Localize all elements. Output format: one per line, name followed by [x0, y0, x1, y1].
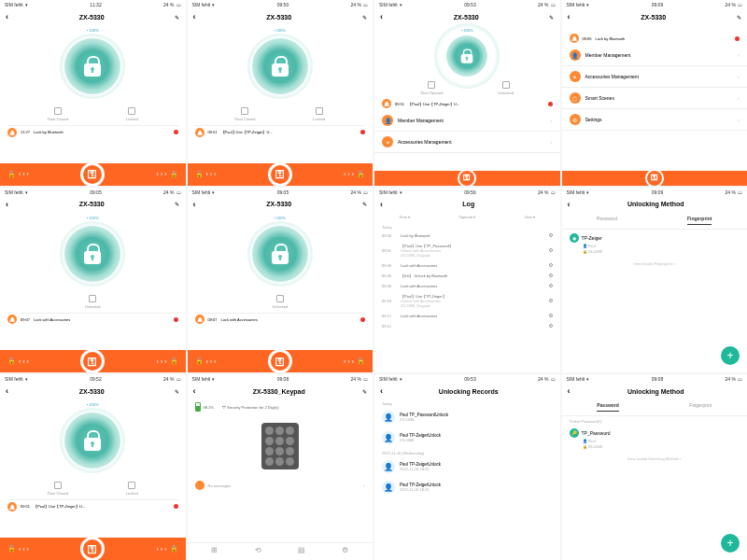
menu-settings[interactable]: ⚙Settings›: [562, 109, 748, 131]
log-row[interactable]: 09:49【Ich】 Unlock by Bluetooth: [374, 271, 560, 281]
record-item[interactable]: 👤Paul TP-ZeigerUnlock2022-11-16 18:25: [374, 456, 560, 477]
event-row[interactable]: 09:51【Paul】Use【TP-Zeiger】U...: [374, 97, 560, 110]
lock-screen-1: SIM fehlt▾ 11:32 24 %▭ ‹ ZX-5330 ✎ ▪ 100…: [0, 0, 186, 186]
back-button[interactable]: ‹: [193, 200, 196, 209]
unlock-slider[interactable]: ⚿: [562, 171, 748, 186]
menu-scenes[interactable]: ⬡Smart Scenes›: [562, 88, 748, 109]
back-button[interactable]: ‹: [6, 200, 8, 209]
bell-icon: [7, 128, 17, 137]
edit-button[interactable]: ✎: [737, 14, 741, 21]
back-button[interactable]: ‹: [568, 386, 571, 396]
fingerprint-item[interactable]: ◉TP-Zeiger 👤 Paul 🔒 ZX-5330: [562, 230, 748, 258]
event-row[interactable]: 09:51【Paul】Use【TP-Zeiger】U...: [0, 500, 186, 513]
device-title: ZX-5330: [79, 14, 105, 21]
unlock-slider[interactable]: 🔓‹ ‹ ‹ ⚿ › › ›🔒: [188, 350, 374, 372]
log-title: Log: [462, 201, 474, 207]
password-item[interactable]: 🔑TP_Password 👤 Paul 🔒 ZX-5330: [562, 425, 748, 453]
nav-icon-1[interactable]: ⊞: [210, 546, 219, 555]
edit-button[interactable]: ✎: [362, 201, 367, 207]
person-icon: 👤: [570, 49, 581, 61]
edit-button[interactable]: ✎: [362, 14, 367, 21]
back-button[interactable]: ‹: [6, 12, 8, 21]
unlock-slider[interactable]: 🔓‹ ‹ ‹ ⚿ › › ›🔒: [0, 538, 186, 560]
log-row[interactable]: 09:10【Paul】Use【TP-Zeiger】Unlock with Acc…: [374, 291, 560, 311]
lock-icon-small: 🔒: [170, 171, 178, 178]
password-icon: 🔑: [570, 428, 579, 438]
edit-button[interactable]: ✎: [175, 14, 179, 21]
back-button[interactable]: ‹: [380, 12, 383, 21]
filter-operate[interactable]: Operate ▾: [459, 215, 476, 219]
menu-accessories[interactable]: ✦Accessories Management›: [374, 132, 560, 153]
status-bar: SIM fehlt▾ 11:32 24 %▭: [0, 0, 186, 9]
event-row[interactable]: 09:07Lock with Accessories: [188, 313, 374, 326]
lock-screen-9: SIM fehlt▾09:5224 %▭ ‹ZX-5330✎ ▪ 100% Do…: [0, 374, 186, 560]
record-item[interactable]: 👤Paul TP_PasswordUnlockZX-5330: [374, 407, 560, 427]
unlock-slider[interactable]: 🔓‹ ‹ ‹ ⚿ › › ›🔒: [0, 350, 186, 372]
unlock-slider[interactable]: 🔓‹ ‹ ‹ ⚿ › › ›🔒: [188, 163, 374, 186]
record-item[interactable]: 👤Paul TP-ZeigerUnlock2022-11-16 18:25: [374, 477, 560, 497]
filter-user[interactable]: User ▾: [525, 215, 536, 219]
log-row[interactable]: 09:49Lock with Accessories: [374, 281, 560, 291]
nav-icon-2[interactable]: ⟲: [253, 546, 262, 555]
menu-member[interactable]: 👤Member Management›: [374, 110, 560, 132]
lock-screen-5: SIM fehlt▾09:0524 %▭ ‹ZX-5330✎ ▪ 100% Un…: [0, 188, 186, 373]
tab-password[interactable]: Password: [597, 216, 617, 225]
unlock-slider[interactable]: 🔓‹ ‹ ‹ ⚿ › › ›🔒: [0, 163, 186, 186]
unlock-method-fingerprint: SIM fehlt▾09:0924 %▭ ‹Unlocking Method P…: [562, 188, 748, 373]
unlock-icon: 🔓: [7, 171, 16, 178]
tab-fingerprint[interactable]: Fingerprint: [689, 402, 712, 412]
log-row[interactable]: 09:51【Paul】Use【TP_Password】Unlock with A…: [374, 241, 560, 260]
nav-icon-4[interactable]: ⚙: [341, 546, 350, 555]
keypad-visual: [261, 423, 299, 469]
add-button[interactable]: +: [721, 346, 740, 365]
lock-icon: [84, 56, 101, 77]
event-row[interactable]: 09:51【Paul】Use【TP-Zeiger】U...: [188, 126, 374, 139]
lock-screen-2: SIM fehlt▾09:5024 %▭ ‹ZX-5330✎ ▪ 100% Do…: [188, 0, 374, 186]
settings-icon: ⚙: [570, 114, 581, 125]
door-icon: [54, 107, 62, 115]
unlocking-records: SIM fehlt▾09:5324 %▭ ‹Unlocking Records …: [374, 374, 560, 560]
event-row[interactable]: 09:07Lock with Accessories: [0, 313, 186, 326]
gear-icon: ✦: [382, 136, 393, 147]
add-button[interactable]: +: [721, 534, 740, 553]
unlock-slider[interactable]: ⚿: [374, 171, 560, 186]
event-row[interactable]: 09:09Lock by Bluetooth: [562, 32, 748, 45]
nav-icon-3[interactable]: ▤: [297, 546, 306, 555]
log-row[interactable]: 09:56Lock by Bluetooth: [374, 231, 560, 241]
view-invalid-link[interactable]: View Invalid Fingerprint >: [562, 258, 748, 270]
unlock-method-password: SIM fehlt▾09:0824 %▭ ‹Unlocking Method P…: [562, 374, 748, 560]
back-button[interactable]: ‹: [568, 12, 571, 21]
menu-accessories[interactable]: ✦Accessories Management›: [562, 66, 748, 88]
back-button[interactable]: ‹: [380, 200, 383, 209]
battery-indicator: ▪ 100%: [87, 28, 99, 33]
battery-icon: ▭: [176, 2, 181, 7]
edit-button[interactable]: ✎: [175, 201, 179, 207]
log-row[interactable]: 09:12Lock with Accessories: [374, 311, 560, 321]
event-row[interactable]: 11:27 Lock by Bluetooth: [0, 126, 186, 139]
notification-dot: [174, 130, 178, 134]
settings-menu: SIM fehlt▾09:0924 %▭ ‹ZX-5330✎ 09:09Lock…: [562, 0, 748, 186]
lock-screen-menu: SIM fehlt▾09:5324 %▭ ‹ZX-5330✎ ▪ 100% Do…: [374, 0, 560, 186]
edit-button[interactable]: ✎: [362, 388, 367, 395]
log-row[interactable]: 09:49Lock with Accessories: [374, 260, 560, 271]
accessories-icon: ✦: [570, 71, 581, 82]
view-invalid-link[interactable]: View Invalid Unlocking Method >: [562, 453, 748, 465]
tab-fingerprint[interactable]: Fingerprint: [687, 216, 712, 225]
filter-time[interactable]: Time ▾: [399, 215, 410, 219]
keypad-battery-icon: [195, 402, 201, 412]
log-row[interactable]: 09:12: [374, 321, 560, 331]
edit-button[interactable]: ✎: [175, 388, 179, 395]
back-button[interactable]: ‹: [193, 386, 196, 396]
menu-member[interactable]: 👤Member Management›: [562, 45, 748, 66]
slider-knob[interactable]: ⚿: [80, 162, 105, 186]
edit-button[interactable]: ✎: [549, 14, 554, 21]
back-button[interactable]: ‹: [568, 200, 571, 209]
messages-row[interactable]: No messages›: [188, 477, 374, 494]
back-button[interactable]: ‹: [193, 12, 196, 21]
log-screen: SIM fehlt▾09:5624 %▭ ‹Log Time ▾ Operate…: [374, 188, 560, 373]
record-item[interactable]: 👤Paul TP-ZeigerUnlockZX-5330: [374, 427, 560, 448]
tab-password[interactable]: Password: [597, 402, 619, 412]
back-button[interactable]: ‹: [380, 386, 383, 396]
back-button[interactable]: ‹: [6, 386, 8, 396]
keypad-screen: SIM fehlt▾09:0824 %▭ ‹ZX-5330_Keypad✎ 98…: [188, 374, 374, 560]
